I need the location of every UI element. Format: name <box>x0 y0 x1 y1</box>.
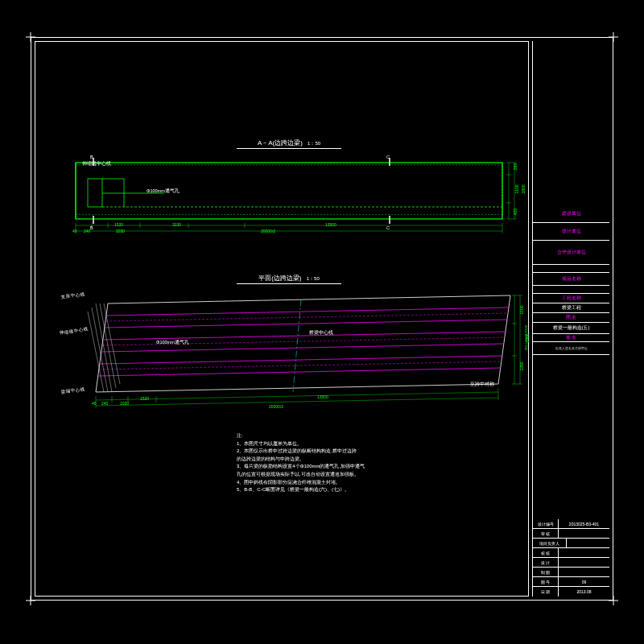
tb-row-drafter: 制 图 <box>533 568 609 577</box>
tb-drafter-label: 制 图 <box>533 568 559 576</box>
dim-p1: 40 <box>92 401 97 406</box>
tb-design-no-val: 2013025-B3-401 <box>559 519 609 528</box>
tb-row-checker: 审 核 <box>533 529 609 539</box>
notes-block: 注: 1、本图尺寸均以厘米为单位。 2、本图仅示出桥中过跨边梁的纵断结构构造,桥… <box>237 432 502 494</box>
svg-line-39 <box>105 320 507 328</box>
dim-av4: 1800 <box>521 184 526 193</box>
dim-a6: 13500 <box>325 222 336 227</box>
svg-line-52 <box>293 299 301 392</box>
dim-p-total: 20000/2 <box>269 404 283 409</box>
tb-row-design-no: 设计编号 2013025-B3-401 <box>533 519 609 529</box>
tb-leader-label: 项目负责人 <box>533 539 567 547</box>
tb-build-unit: 建设单位 <box>533 205 609 223</box>
dim-a5: 3230 <box>172 222 181 227</box>
dim-a3: 1520 <box>114 222 123 227</box>
tb-row-reviewer: 校 核 <box>533 548 609 558</box>
plan-label: 平面(边跨边梁) <box>258 275 301 282</box>
section-b-bot: B <box>90 225 93 230</box>
expansion-joint-label: 伸缩缝中心线 <box>82 161 111 167</box>
dim-p5: 13500 <box>317 394 328 399</box>
section-c-top: C <box>386 155 390 159</box>
dim-pr1: 1100 <box>519 305 524 314</box>
plan-title: 平面(边跨边梁) 1：50 <box>237 274 341 284</box>
dim-a4: 2030 <box>116 229 125 233</box>
section-a-scale: 1：50 <box>308 141 320 146</box>
note-3: 3、每片梁的纵肋结构设置4个Φ100mm的通气孔,加强中通气 <box>237 463 502 471</box>
note-2b: 的边跨边梁的结构与中跨边梁。 <box>237 456 502 464</box>
section-a-drawing <box>68 155 518 251</box>
vent-pipe-label-plan: Φ100mm通气孔 <box>156 340 189 345</box>
dim-av3: 420 <box>513 208 518 215</box>
tb-drawing: 图 名 <box>533 313 609 323</box>
svg-line-47 <box>96 303 112 392</box>
dim-av2: 1100 <box>514 184 519 193</box>
dim-p3: 1020 <box>120 401 129 406</box>
dim-p4: 1520 <box>140 396 149 401</box>
tb-bridge-eng: 桥梁工程 <box>533 303 609 313</box>
note-2: 2、本图仅示出桥中过跨边梁的纵断结构构造,桥中过边跨 <box>237 448 502 456</box>
dim-pr-label: 200 1100/2 700/2 <box>524 325 528 350</box>
inner-frame: A－A(边跨边梁) 1：50 <box>35 41 529 597</box>
section-a-label: A－A(边跨边梁) <box>258 139 303 147</box>
tb-sheet-val: 09 <box>559 577 609 586</box>
section-c-bot: C <box>386 225 390 230</box>
tb-row-leader: 项目负责人 <box>533 539 609 548</box>
vent-pipe-label-a: Φ100mm通气孔 <box>147 188 180 194</box>
notes-header: 注: <box>237 432 502 440</box>
plan-scale: 1：50 <box>307 276 320 281</box>
drawing-area: A－A(边跨边梁) 1：50 <box>35 42 528 596</box>
dim-pr3: 1260 <box>519 361 524 370</box>
tb-design-unit: 设计单位 <box>533 223 609 241</box>
svg-line-43 <box>98 368 501 376</box>
tb-project-name: 项目名称 <box>533 273 609 286</box>
dim-av1: 280 <box>513 163 518 170</box>
tb-drawing-name: 桥梁一般构造(五) <box>533 323 609 334</box>
tb-coop-unit: 合作设计单位 <box>533 241 609 265</box>
svg-rect-11 <box>88 179 102 207</box>
cross-beam-label: 至跨中对称 <box>470 382 494 387</box>
tb-checker-label: 审 核 <box>533 529 559 538</box>
tb-date-val: 2013.08 <box>559 587 609 597</box>
svg-rect-8 <box>76 163 502 219</box>
drawing-frame: A－A(边跨边梁) 1：50 <box>31 37 613 601</box>
dim-p2: 240 <box>101 401 108 406</box>
note-1: 1、本图尺寸均以厘米为单位。 <box>237 440 502 448</box>
tb-date-label: 日 期 <box>533 587 559 597</box>
plan-drawing <box>52 287 526 416</box>
tb-designer-label: 设 计 <box>533 558 559 567</box>
tb-reviewer-label: 校 核 <box>533 548 559 557</box>
tb-row-sheet: 图 号 09 <box>533 577 609 587</box>
note-5: 5、B-B、C-C断面详见《桥梁一般构造(六)、(七)》。 <box>237 486 502 494</box>
tb-sheet-label: 图 号 <box>533 577 559 586</box>
section-b-top: B <box>90 155 93 159</box>
bridge-cl-label: 桥梁中心线 <box>309 330 333 336</box>
note-3b: 孔的位置可根据现场实际予以,可改自动设置通道加强板。 <box>237 471 502 479</box>
dim-a1: 40 <box>72 229 77 233</box>
note-4: 4、图中斜线有阴影部分应浇合纤维混凝土封堵。 <box>237 479 502 487</box>
dim-a-total: 20000/2 <box>261 229 275 233</box>
tb-row-date: 日 期 2013.08 <box>533 587 609 597</box>
tb-row-designer: 设 计 <box>533 558 609 568</box>
tb-eng-name: 工程名称 <box>533 294 609 303</box>
tb-signature-area: 批准人签名及注册章区 <box>533 342 609 355</box>
tb-signature: 签 名 <box>533 334 609 342</box>
dim-a2: 240 <box>84 229 90 233</box>
section-a-title: A－A(边跨边梁) 1：50 <box>237 138 341 149</box>
title-block: 建设单位 设计单位 合作设计单位 项目名称 工程名称 桥梁工程 图 名 桥梁一般… <box>532 41 609 597</box>
tb-design-no-label: 设计编号 <box>533 519 559 528</box>
